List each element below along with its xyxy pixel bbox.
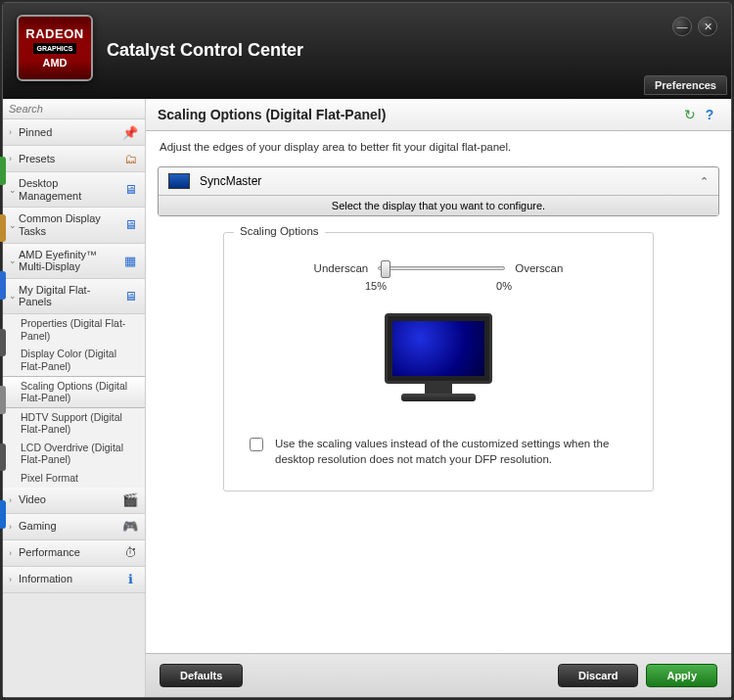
checkbox-label: Use the scaling values instead of the cu…: [275, 437, 627, 467]
slider-left-value: 15%: [365, 280, 387, 292]
sidebar-subitem-3[interactable]: HDTV Support (Digital Flat-Panel): [3, 408, 145, 439]
sidebar-cat-a-5[interactable]: ⌄ My Digital Flat-Panels 🖥: [3, 279, 145, 314]
scaling-slider[interactable]: [378, 266, 505, 270]
monitor-icon: [168, 173, 190, 189]
apply-button[interactable]: Apply: [646, 664, 717, 687]
category-icon: 🎮: [121, 519, 139, 535]
underscan-label: Underscan: [314, 262, 369, 274]
category-icon: 📌: [121, 124, 139, 140]
slider-thumb[interactable]: [381, 260, 390, 278]
sidebar-cat-label: Performance: [19, 546, 121, 559]
scaling-options-group: Scaling Options Underscan Overscan 15% 0…: [223, 232, 654, 491]
help-icon[interactable]: ?: [700, 107, 719, 122]
main-panel: Scaling Options (Digital Flat-Panel) ↻ ?…: [146, 99, 731, 697]
sidebar-subitem-4[interactable]: LCD Overdrive (Digital Flat-Panel): [3, 439, 145, 469]
chevron-icon: ›: [9, 154, 19, 163]
sidebar-cat-label: AMD Eyefinity™ Multi-Display: [19, 249, 121, 273]
sidebar-subitem-1[interactable]: Display Color (Digital Flat-Panel): [3, 345, 145, 375]
sidebar-cat-label: Desktop Management: [19, 177, 121, 202]
sidebar-cat-label: Video: [19, 493, 121, 506]
category-icon: 🖥: [121, 182, 139, 198]
preferences-button[interactable]: Preferences: [644, 75, 727, 95]
overscan-label: Overscan: [515, 262, 563, 274]
display-selector[interactable]: SyncMaster ⌃ Select the display that you…: [158, 166, 719, 216]
slider-right-value: 0%: [496, 280, 512, 292]
search-input[interactable]: [3, 99, 151, 118]
category-icon: 🖥: [121, 288, 139, 303]
sidebar-cat-label: Pinned: [19, 126, 121, 139]
sidebar-cat-label: Information: [19, 573, 121, 585]
fieldset-legend: Scaling Options: [234, 225, 325, 237]
chevron-icon: ⌄: [9, 291, 19, 301]
category-icon: ⏱: [121, 545, 139, 561]
sidebar-cat-b-2[interactable]: › Performance ⏱: [3, 540, 145, 567]
close-button[interactable]: ✕: [698, 17, 717, 36]
chevron-icon: ›: [9, 127, 19, 137]
minimize-button[interactable]: —: [672, 17, 692, 36]
page-description: Adjust the edges of your display area to…: [146, 131, 731, 163]
sidebar-cat-a-0[interactable]: › Pinned 📌: [3, 119, 145, 146]
sidebar: 🔍 ≪ › Pinned 📌 › Presets 🗂 ⌄ Desktop Man…: [3, 99, 146, 697]
sidebar-subitem-2[interactable]: Scaling Options (Digital Flat-Panel): [3, 376, 145, 408]
category-icon: ▦: [121, 253, 139, 268]
category-icon: 🎬: [121, 492, 139, 508]
discard-button[interactable]: Discard: [558, 664, 638, 687]
sidebar-cat-label: Presets: [19, 153, 121, 165]
sidebar-cat-label: My Digital Flat-Panels: [19, 284, 121, 308]
sidebar-cat-a-2[interactable]: ⌄ Desktop Management 🖥: [3, 172, 145, 208]
sidebar-cat-b-1[interactable]: › Gaming 🎮: [3, 514, 145, 540]
titlebar: RADEON GRAPHICS AMD Catalyst Control Cen…: [3, 3, 731, 99]
chevron-icon: ⌄: [9, 185, 19, 195]
left-edge-tabs: [0, 157, 6, 529]
page-title: Scaling Options (Digital Flat-Panel): [158, 107, 680, 122]
sidebar-subitem-5[interactable]: Pixel Format: [3, 469, 145, 488]
display-selector-hint: Select the display that you want to conf…: [159, 195, 718, 215]
chevron-icon: ⌄: [9, 220, 19, 230]
defaults-button[interactable]: Defaults: [160, 664, 243, 687]
sidebar-cat-b-3[interactable]: › Information ℹ: [3, 567, 145, 593]
amd-radeon-logo: RADEON GRAPHICS AMD: [17, 15, 93, 81]
refresh-icon[interactable]: ↻: [680, 107, 700, 122]
sidebar-cat-label: Gaming: [19, 520, 121, 533]
category-icon: 🗂: [121, 151, 139, 166]
category-icon: 🖥: [121, 217, 139, 233]
sidebar-cat-b-0[interactable]: › Video 🎬: [3, 488, 145, 514]
category-icon: ℹ: [121, 572, 139, 587]
use-scaling-values-checkbox[interactable]: [250, 438, 263, 451]
chevron-icon: ⌄: [9, 256, 19, 265]
app-title: Catalyst Control Center: [107, 40, 303, 61]
chevron-icon: ›: [9, 522, 19, 532]
chevron-icon: ›: [9, 495, 19, 505]
sidebar-cat-a-1[interactable]: › Presets 🗂: [3, 146, 145, 172]
monitor-preview: [380, 313, 497, 411]
chevron-up-icon: ⌃: [700, 175, 709, 188]
display-name: SyncMaster: [200, 174, 700, 188]
sidebar-cat-a-4[interactable]: ⌄ AMD Eyefinity™ Multi-Display ▦: [3, 244, 145, 279]
chevron-icon: ›: [9, 548, 19, 558]
sidebar-subitem-0[interactable]: Properties (Digital Flat-Panel): [3, 314, 145, 345]
sidebar-cat-label: Common Display Tasks: [19, 212, 121, 237]
sidebar-cat-a-3[interactable]: ⌄ Common Display Tasks 🖥: [3, 208, 145, 243]
chevron-icon: ›: [9, 575, 19, 584]
